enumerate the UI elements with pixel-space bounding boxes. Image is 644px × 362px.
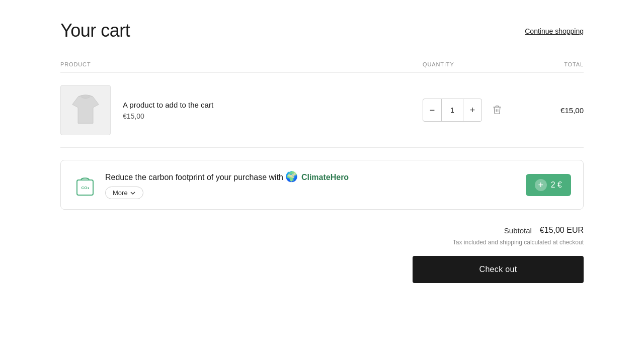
quantity-column-header: QUANTITY <box>423 61 523 67</box>
plus-circle-icon: + <box>535 179 547 191</box>
co2-bag-icon: CO₂ <box>73 173 97 197</box>
delete-item-button[interactable] <box>490 103 504 118</box>
subtotal-label: Subtotal <box>504 226 532 235</box>
total-column-header: TOTAL <box>523 61 584 67</box>
tax-note: Tax included and shipping calculated at … <box>453 239 584 246</box>
quantity-col: − 1 + <box>423 99 523 122</box>
product-price: €15,00 <box>123 112 213 120</box>
cart-table-header: PRODUCT QUANTITY TOTAL <box>60 57 584 73</box>
cart-header: Your cart Continue shopping <box>60 20 584 41</box>
increase-quantity-button[interactable]: + <box>463 99 481 121</box>
climate-left: CO₂ Reduce the carbon footprint of your … <box>73 170 349 199</box>
product-name: A product to add to the cart <box>123 101 213 109</box>
product-col: A product to add to the cart €15,00 <box>60 85 423 135</box>
continue-shopping-link[interactable]: Continue shopping <box>525 27 584 35</box>
climate-message: Reduce the carbon footprint of your purc… <box>105 170 349 183</box>
climate-brand: ClimateHero <box>301 173 349 182</box>
product-column-header: PRODUCT <box>60 61 423 67</box>
climate-text: Reduce the carbon footprint of your purc… <box>105 173 285 182</box>
subtotal-value: €15,00 EUR <box>540 226 584 235</box>
more-button[interactable]: More <box>105 187 143 199</box>
globe-icon: 🌍 <box>285 171 298 182</box>
climate-text-area: Reduce the carbon footprint of your purc… <box>105 170 349 199</box>
trash-icon <box>492 105 502 115</box>
chevron-down-icon <box>130 190 136 196</box>
quantity-stepper: − 1 + <box>423 99 482 122</box>
svg-text:CO₂: CO₂ <box>82 186 90 190</box>
subtotal-row: Subtotal €15,00 EUR <box>504 226 584 235</box>
checkout-button[interactable]: Check out <box>413 256 584 283</box>
product-tshirt-icon <box>70 93 101 128</box>
add-climate-contribution-button[interactable]: + 2 € <box>526 174 571 196</box>
table-row: A product to add to the cart €15,00 − 1 … <box>60 73 584 148</box>
decrease-quantity-button[interactable]: − <box>423 99 441 121</box>
product-image <box>60 85 111 135</box>
quantity-value: 1 <box>441 99 463 121</box>
cart-footer: Subtotal €15,00 EUR Tax included and shi… <box>60 226 584 283</box>
product-info: A product to add to the cart €15,00 <box>123 101 213 120</box>
co2-icon-svg: CO₂ <box>73 173 97 197</box>
climate-hero-banner: CO₂ Reduce the carbon footprint of your … <box>60 160 584 210</box>
page-title: Your cart <box>60 20 130 41</box>
item-total: €15,00 <box>523 106 584 115</box>
